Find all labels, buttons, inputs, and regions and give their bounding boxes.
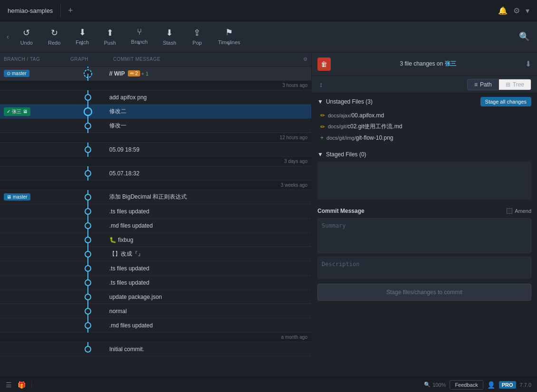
staged-section: ▼ Staged Files (0) xyxy=(312,147,537,203)
unstaged-title: ▼ Unstaged Files (3) xyxy=(317,98,373,105)
commit-row[interactable]: .ts files updated xyxy=(0,204,311,219)
unstaged-chevron-icon: ▼ xyxy=(317,98,323,105)
commit-message-text: 修改一 xyxy=(109,122,126,130)
svg-point-28 xyxy=(85,294,91,300)
commit-message-col: 05.07.18:32 xyxy=(109,170,311,177)
commit-message-text: 【】改成『』 xyxy=(109,250,144,258)
commit-row[interactable]: .md files updated xyxy=(0,318,311,333)
commit-row[interactable]: 修改一 xyxy=(0,119,311,133)
file-path: docs/git/c02.git使用工作流.md xyxy=(328,123,402,131)
timestamp-row: 3 days ago xyxy=(0,157,311,166)
amend-checkbox[interactable] xyxy=(507,208,512,214)
download-icon[interactable]: ⬇ xyxy=(525,59,531,68)
commit-row[interactable]: normal xyxy=(0,304,311,318)
commit-row[interactable]: update package.json xyxy=(0,290,311,304)
user-branch-col: ✓ 张三 🖥 xyxy=(0,107,67,116)
commit-message-text: .ts files updated xyxy=(109,279,149,286)
commit-message-section: Commit Message Amend Stage files/changes… xyxy=(312,203,537,305)
staged-header: ▼ Staged Files (0) xyxy=(317,151,531,158)
window-menu-icon[interactable]: ▾ xyxy=(526,6,529,15)
commit-row[interactable]: add apifox png xyxy=(0,90,311,105)
commit-message-col: .ts files updated xyxy=(109,279,311,286)
undo-button[interactable]: ↺ Undo xyxy=(14,25,39,48)
plus-icon: + xyxy=(68,6,73,16)
path-view-button[interactable]: ≡ Path xyxy=(467,79,499,90)
settings-gear-icon[interactable]: ⚙ xyxy=(303,57,308,62)
app-title: hemiao-samples xyxy=(0,7,60,14)
commit-message-col: .ts files updated xyxy=(109,265,311,272)
commit-graph xyxy=(67,190,109,204)
commit-message-col: 【】改成『』 xyxy=(109,250,311,258)
branch-local-icon: ⊙ xyxy=(7,71,10,76)
commit-row[interactable]: .ts files updated xyxy=(0,261,311,276)
zoom-control[interactable]: 🔍 100% xyxy=(424,382,446,388)
stash-button[interactable]: ⬇ Stash xyxy=(156,25,183,48)
commit-row[interactable]: 🖥 master 添加 BigDecimal 和正则表达式 xyxy=(0,190,311,204)
timelines-button[interactable]: ⚑ Timelines ▾ xyxy=(211,24,247,49)
active-message-col: 修改二 xyxy=(109,107,311,115)
commit-graph xyxy=(67,247,109,261)
new-tab-button[interactable]: + xyxy=(61,0,80,21)
unstaged-file-item[interactable]: ✏ docs/git/c02.git使用工作流.md xyxy=(317,121,531,133)
master-remote-tag[interactable]: 🖥 master xyxy=(4,193,30,201)
gift-icon[interactable]: 🎁 xyxy=(18,381,26,389)
redo-icon: ↻ xyxy=(51,28,58,38)
delete-button[interactable]: 🗑 xyxy=(317,57,331,71)
commit-row-active[interactable]: ✓ 张三 🖥 修改二 xyxy=(0,105,311,119)
wip-commit-row[interactable]: ⊙ master // WIP ✏ 2 + 1 xyxy=(0,67,311,81)
search-button[interactable]: 🔍 xyxy=(515,28,533,46)
avatar-icon[interactable]: 👤 xyxy=(487,381,495,389)
undo-label: Undo xyxy=(20,40,33,46)
stage-all-button[interactable]: Stage all changes xyxy=(480,97,531,106)
commit-description-input[interactable] xyxy=(317,257,531,278)
statusbar-separator xyxy=(31,381,32,389)
commit-row[interactable]: 05.09 18:59 xyxy=(0,143,311,157)
commit-row[interactable]: Initial commit. xyxy=(0,342,311,356)
master-remote-label: master xyxy=(13,194,28,200)
commit-message-text: 05.07.18:32 xyxy=(109,170,139,177)
commit-message-text: add apifox png xyxy=(109,94,147,101)
feedback-button[interactable]: Feedback xyxy=(450,380,483,390)
push-button[interactable]: ⬆ Push xyxy=(97,25,123,48)
unstaged-file-item[interactable]: ✏ docs/ajax/00.apifox.md xyxy=(317,110,531,121)
settings-icon[interactable]: ⚙ xyxy=(513,6,520,15)
graph-header: GRAPH xyxy=(70,57,113,62)
commit-row[interactable]: 05.07.18:32 xyxy=(0,166,311,181)
commit-row[interactable]: 🐛 fixbug xyxy=(0,233,311,247)
right-panel-header: 🗑 3 file changes on 张三 ⬇ xyxy=(312,52,537,76)
fetch-arrow-icon: ▾ xyxy=(81,41,83,47)
back-arrow[interactable]: ‹ xyxy=(4,31,12,42)
commit-graph xyxy=(67,90,109,105)
commit-row[interactable]: .md files updated xyxy=(0,219,311,233)
amend-row: Amend xyxy=(507,208,531,214)
active-graph xyxy=(67,105,109,119)
notification-icon[interactable]: 🔔 xyxy=(498,6,508,15)
commit-message-col: 修改一 xyxy=(109,122,311,130)
commit-message-text: .md files updated xyxy=(109,222,153,229)
commit-list: ⊙ master // WIP ✏ 2 + 1 xyxy=(0,67,311,377)
user-branch-tag[interactable]: ✓ 张三 🖥 xyxy=(4,107,30,116)
master-branch-local[interactable]: ⊙ master xyxy=(4,70,29,77)
timestamp-row: 3 hours ago xyxy=(0,81,311,90)
commit-message-col: normal xyxy=(109,308,311,315)
svg-point-20 xyxy=(85,237,91,243)
branch-tag-header: BRANCH / TAG xyxy=(4,57,70,62)
redo-button[interactable]: ↻ Redo xyxy=(41,25,67,48)
fetch-button[interactable]: ⬇ Fetch ▾ xyxy=(69,24,96,49)
master-label: master xyxy=(12,71,27,76)
commit-message-text: update package.json xyxy=(109,294,162,300)
commit-graph xyxy=(67,304,109,318)
stage-files-button[interactable]: Stage files/changes to commit xyxy=(317,284,531,301)
list-icon[interactable]: ☰ xyxy=(6,381,12,389)
branch-button[interactable]: ⑂ Branch ▾ xyxy=(125,24,154,49)
commit-row[interactable]: .ts files updated xyxy=(0,276,311,290)
sort-icon[interactable]: ↕ xyxy=(317,79,325,90)
commit-message-text: Initial commit. xyxy=(109,346,144,353)
tree-view-button[interactable]: ⊞ Tree xyxy=(499,79,531,90)
unstaged-file-item[interactable]: + docs/git/img/git-flow-10.png xyxy=(317,133,531,143)
commit-message-text: 添加 BigDecimal 和正则表达式 xyxy=(109,193,187,201)
wip-branch-col: ⊙ master xyxy=(0,70,67,77)
pop-button[interactable]: ⇪ Pop xyxy=(185,25,210,48)
commit-summary-input[interactable] xyxy=(317,218,531,253)
commit-row[interactable]: 【】改成『』 xyxy=(0,247,311,261)
